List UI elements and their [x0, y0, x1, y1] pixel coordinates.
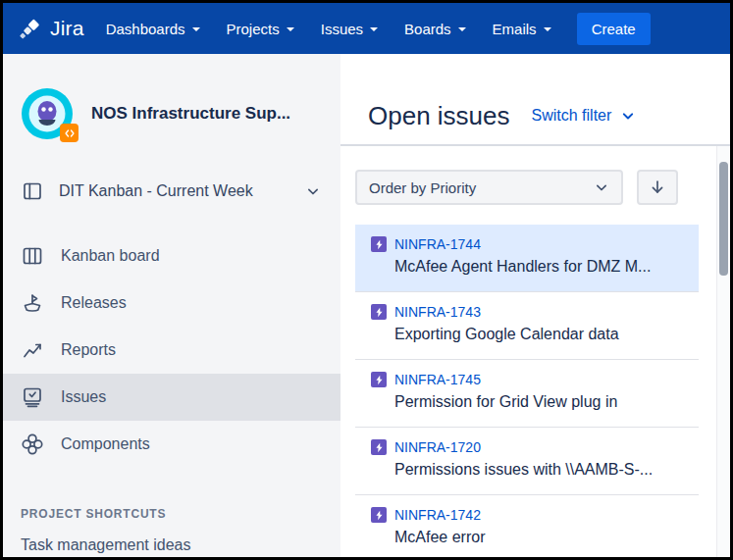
sidebar-item-label: Kanban board: [61, 247, 160, 265]
scrollbar-thumb[interactable]: [719, 162, 728, 276]
issue-list-scrollbar[interactable]: [716, 146, 730, 557]
issue-row[interactable]: NINFRA-1720 Permissions issues with \\AA…: [355, 428, 699, 495]
issue-row[interactable]: NINFRA-1745 Permission for Grid View plu…: [355, 360, 699, 428]
shortcut-task-management-ideas[interactable]: Task management ideas: [3, 521, 340, 554]
nav-label: Issues: [321, 21, 363, 37]
issue-summary: Exporting Google Calendar data: [394, 326, 691, 343]
issue-row[interactable]: NINFRA-1742 McAfee error: [355, 495, 699, 557]
board-selector[interactable]: DIT Kanban - Current Week: [3, 168, 340, 215]
switch-filter-label: Switch filter: [532, 107, 612, 125]
chevron-down-icon: [287, 27, 294, 31]
arrow-down-icon: [648, 178, 667, 197]
create-button[interactable]: Create: [577, 13, 651, 45]
list-toolbar: Order by Priority: [355, 170, 699, 205]
issue-type-bolt-icon: [371, 507, 387, 523]
sidebar-item-releases[interactable]: Releases: [3, 280, 340, 327]
project-avatar: [21, 87, 74, 140]
issue-row[interactable]: NINFRA-1743 Exporting Google Calendar da…: [355, 292, 699, 360]
ship-icon: [21, 291, 44, 315]
nav-emails[interactable]: Emails: [493, 21, 551, 37]
issue-list: NINFRA-1744 McAfee Agent Handlers for DM…: [355, 225, 699, 557]
issue-key-link[interactable]: NINFRA-1743: [394, 304, 481, 320]
sidebar-menu: Kanban board Releases Reports: [3, 232, 340, 468]
top-nav: Jira Dashboards Projects Issues Boards E…: [3, 3, 730, 54]
chevron-down-icon: [544, 27, 551, 31]
sidebar-item-label: Reports: [61, 341, 116, 359]
issue-row[interactable]: NINFRA-1744 McAfee Agent Handlers for DM…: [355, 225, 699, 292]
sidebar-item-components[interactable]: Components: [3, 421, 340, 468]
board-icon: [21, 179, 44, 203]
top-nav-menu: Dashboards Projects Issues Boards Emails: [106, 21, 551, 37]
issue-type-bolt-icon: [371, 372, 387, 387]
nav-projects[interactable]: Projects: [227, 21, 294, 37]
issues-icon: [21, 385, 44, 409]
issue-key-link[interactable]: NINFRA-1720: [394, 439, 481, 455]
nav-label: Projects: [227, 21, 280, 37]
chevron-down-icon: [192, 27, 200, 31]
issue-summary: McAfee error: [394, 529, 691, 546]
project-header: NOS Infrastructure Sup...: [3, 87, 340, 140]
issue-summary: Permission for Grid View plug in: [394, 393, 691, 411]
chevron-down-icon: [618, 106, 638, 126]
issue-key-link[interactable]: NINFRA-1745: [394, 372, 481, 387]
sidebar-item-kanban-board[interactable]: Kanban board: [3, 232, 340, 280]
issue-summary: Permissions issues with \\AAMB-S-...: [394, 461, 691, 479]
code-badge-icon: [60, 124, 79, 142]
issue-type-bolt-icon: [371, 304, 387, 320]
project-name: NOS Infrastructure Sup...: [91, 104, 290, 124]
sidebar-item-issues[interactable]: Issues: [3, 374, 340, 421]
order-by-dropdown[interactable]: Order by Priority: [355, 170, 623, 205]
nav-label: Boards: [404, 21, 451, 37]
issue-type-bolt-icon: [371, 439, 387, 455]
components-icon: [21, 433, 44, 456]
jira-logo[interactable]: Jira: [19, 17, 84, 41]
issue-key-link[interactable]: NINFRA-1742: [394, 507, 481, 523]
main-header: Open issues Switch filter: [340, 54, 730, 144]
jira-logo-icon: [19, 17, 43, 41]
order-by-value: Order by Priority: [369, 179, 476, 196]
nav-label: Emails: [493, 21, 537, 37]
sidebar-item-label: Releases: [61, 294, 127, 312]
issue-key-link[interactable]: NINFRA-1744: [394, 236, 481, 252]
project-shortcuts-header: PROJECT SHORTCUTS: [3, 468, 340, 521]
sort-direction-button[interactable]: [637, 170, 678, 205]
issue-summary: McAfee Agent Handlers for DMZ M...: [394, 258, 691, 276]
sidebar-item-reports[interactable]: Reports: [3, 327, 340, 374]
issue-type-bolt-icon: [371, 236, 387, 252]
nav-label: Dashboards: [106, 21, 185, 37]
jira-logo-text: Jira: [50, 17, 84, 40]
nav-boards[interactable]: Boards: [404, 21, 466, 37]
switch-filter-link[interactable]: Switch filter: [532, 106, 639, 126]
nav-issues[interactable]: Issues: [321, 21, 378, 37]
kanban-board-icon: [21, 244, 44, 268]
chevron-down-icon: [370, 27, 378, 31]
issue-list-panel: Order by Priority: [340, 146, 730, 557]
sidebar-item-label: Issues: [61, 388, 106, 406]
page-title: Open issues: [368, 101, 510, 131]
main-panel: Open issues Switch filter Order by Prior…: [340, 54, 730, 557]
project-sidebar: NOS Infrastructure Sup... DIT Kanban - C…: [3, 54, 340, 557]
jira-app: Jira Dashboards Projects Issues Boards E…: [0, 0, 733, 560]
chevron-down-icon: [458, 27, 466, 31]
board-selector-label: DIT Kanban - Current Week: [59, 182, 253, 200]
chart-icon: [21, 338, 44, 362]
chevron-down-icon: [592, 178, 611, 197]
sidebar-item-label: Components: [61, 435, 150, 453]
chevron-down-icon: [303, 181, 323, 201]
nav-dashboards[interactable]: Dashboards: [106, 21, 200, 37]
